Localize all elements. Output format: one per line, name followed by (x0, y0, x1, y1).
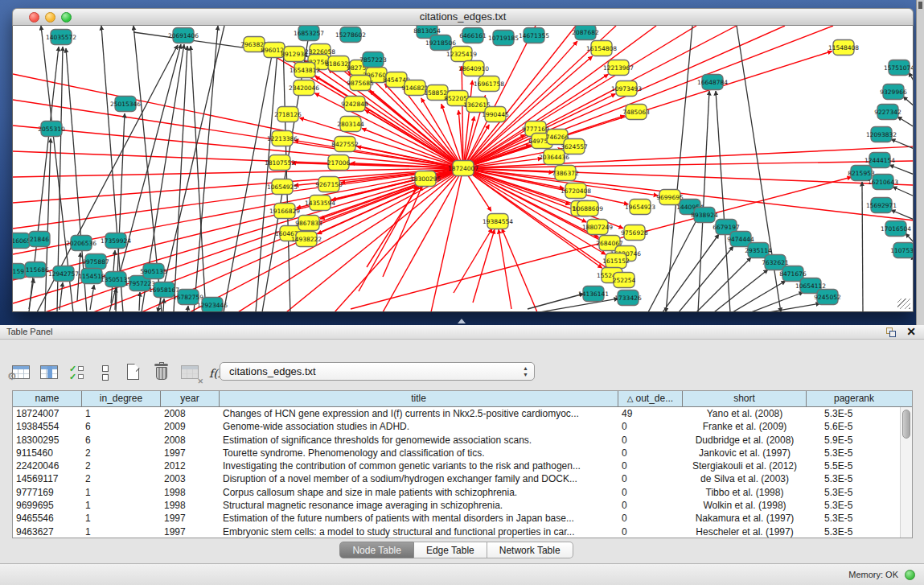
table-cell[interactable]: 5.9E-5 (807, 434, 900, 447)
table-cell[interactable]: Tibbo et al. (1998) (683, 486, 807, 499)
table-cell[interactable]: Jankovic et al. (1997) (683, 447, 807, 459)
graph-node[interactable]: 252254 (613, 273, 636, 288)
graph-node[interactable]: 39159 (13, 264, 25, 279)
graph-node[interactable]: 10973493 (611, 81, 642, 97)
table-cell[interactable]: Franke et al. (2009) (683, 420, 807, 433)
table-panel-header[interactable]: Table Panel ✕ (0, 325, 924, 340)
table-cell[interactable]: 1 (82, 486, 161, 499)
table-row[interactable]: 946362711997Embryonic stem cells: a mode… (13, 525, 900, 538)
table-cell[interactable]: 1 (82, 407, 161, 420)
table-cell[interactable]: 5.3E-5 (807, 407, 900, 420)
table-cell[interactable]: 0 (618, 499, 683, 512)
graph-node[interactable]: 7857223 (359, 52, 387, 68)
table-cell[interactable]: Nakamura et al. (1997) (683, 512, 807, 525)
table-selector-dropdown[interactable]: citations_edges.txt ▲▼ (220, 362, 535, 381)
tab-node-table[interactable]: Node Table (339, 542, 414, 558)
table-cell[interactable]: 2003 (161, 472, 220, 485)
graph-node[interactable]: 15751074 (884, 60, 914, 76)
table-cell[interactable]: 9465546 (13, 512, 82, 525)
close-window-button[interactable] (29, 12, 39, 23)
table-cell[interactable]: Estimation of significance thresholds fo… (220, 434, 618, 447)
close-icon[interactable]: ✕ (906, 325, 916, 338)
graph-node[interactable]: 25015346 (110, 97, 141, 112)
graph-node[interactable]: 14136141 (578, 286, 609, 302)
graph-node[interactable]: 9975887 (82, 254, 109, 270)
graph-node[interactable]: 9267150 (315, 177, 343, 192)
graph-node[interactable]: 17016504 (881, 221, 911, 237)
graph-node[interactable]: 1990445 (482, 107, 509, 122)
table-cell[interactable]: 0 (618, 486, 683, 499)
graph-node[interactable]: 21846 (29, 232, 50, 247)
graph-node[interactable]: 1107533 (890, 243, 914, 258)
table-cell[interactable]: 5.3E-5 (807, 499, 900, 512)
resize-grip[interactable] (897, 299, 910, 309)
table-row[interactable]: 946554611997Estimation of the future num… (13, 512, 900, 525)
window-titlebar[interactable]: citations_edges.txt (12, 8, 914, 26)
table-cell[interactable]: 0 (618, 420, 683, 433)
table-cell[interactable]: Hescheler et al. (1997) (683, 525, 807, 538)
graph-node[interactable]: 217006 (327, 155, 351, 171)
table-cell[interactable]: 2 (82, 472, 161, 485)
table-cell[interactable]: 5.3E-5 (807, 472, 900, 485)
column-header-in-degree[interactable]: in_degree (82, 391, 161, 406)
network-canvas[interactable]: 1872400779638228960128891293423226058982… (12, 26, 914, 312)
table-cell[interactable]: 1998 (161, 486, 220, 499)
table-cell[interactable]: 0 (618, 525, 683, 538)
table-cell[interactable]: 6 (82, 420, 161, 433)
graph-node[interactable]: 18640910 (458, 61, 489, 76)
table-cell[interactable]: 5.3E-5 (807, 525, 900, 538)
table-cell[interactable]: 49 (618, 407, 683, 420)
table-row[interactable]: 911546021997Tourette syndrome. Phenomeno… (13, 447, 900, 459)
table-cell[interactable]: 0 (618, 512, 683, 525)
table-cell[interactable]: 2 (82, 447, 161, 459)
table-cell[interactable]: Yano et al. (2008) (683, 407, 807, 420)
table-cell[interactable]: 22420046 (13, 459, 82, 472)
table-cell[interactable]: 5.6E-5 (807, 420, 900, 433)
tab-edge-table[interactable]: Edge Table (414, 542, 487, 558)
table-cell[interactable]: 2008 (161, 434, 220, 447)
minimize-window-button[interactable] (45, 12, 55, 23)
table-cell[interactable]: 1 (82, 525, 161, 538)
table-cell[interactable]: Dudbridge et al. (2008) (683, 434, 807, 447)
table-options-button[interactable]: ⚙ (10, 360, 34, 386)
graph-node[interactable]: 9875685 (347, 76, 374, 91)
network-window[interactable]: citations_edges.txt 18724007796382289601… (12, 8, 914, 312)
graph-node[interactable]: 7485063 (622, 105, 650, 120)
graph-node[interactable]: 9329966 (880, 84, 907, 100)
table-cell[interactable]: 0 (618, 459, 683, 472)
table-cell[interactable]: 9115460 (13, 447, 82, 459)
table-cell[interactable]: 1 (82, 499, 161, 512)
table-cell[interactable]: 18724007 (13, 407, 82, 420)
graph-node[interactable]: 11548408 (828, 40, 859, 56)
graph-node[interactable]: 1615152 (602, 253, 630, 269)
graph-node[interactable]: 2718126 (274, 107, 302, 122)
graph-node[interactable]: 9227342 (874, 105, 901, 120)
graph-node[interactable]: 16853257 (294, 26, 324, 41)
table-cell[interactable]: 2 (82, 459, 161, 472)
table-cell[interactable]: 5.3E-5 (807, 486, 900, 499)
table-cell[interactable]: Changes of HCN gene expression and I(f) … (220, 407, 618, 420)
graph-node[interactable]: 16154808 (586, 41, 617, 56)
graph-node[interactable]: 5905135 (140, 264, 167, 279)
graph-node[interactable]: 2055310 (38, 122, 65, 137)
delete-columns-button[interactable] (150, 360, 175, 386)
float-window-icon[interactable] (886, 328, 897, 338)
graph-node[interactable]: 19166829 (269, 204, 300, 219)
graph-node[interactable]: 19384554 (483, 214, 513, 229)
graph-node[interactable]: 19654923 (625, 200, 655, 215)
table-row[interactable]: 1872400712008Changes of HCN gene express… (13, 407, 900, 420)
table-cell[interactable]: 2009 (161, 420, 220, 433)
table-row[interactable]: 1456911722003Disruption of a novel membe… (13, 472, 900, 485)
graph-node[interactable]: 8427552 (331, 137, 359, 152)
graph-node[interactable]: 9756928 (621, 225, 648, 241)
table-cell[interactable]: 5.3E-5 (807, 447, 900, 459)
zoom-window-button[interactable] (61, 12, 72, 23)
table-cell[interactable]: 5.5E-5 (807, 459, 900, 472)
column-header-out-de-[interactable]: △out_de... (618, 391, 683, 406)
table-cell[interactable]: Structural magnetic resonance image aver… (220, 499, 618, 512)
table-cell[interactable]: 1 (82, 512, 161, 525)
graph-node[interactable]: 7386372 (552, 166, 579, 181)
table-cell[interactable]: 9463627 (13, 525, 82, 538)
table-cell[interactable]: Wolkin et al. (1998) (683, 499, 807, 512)
table-cell[interactable]: 0 (618, 472, 683, 485)
